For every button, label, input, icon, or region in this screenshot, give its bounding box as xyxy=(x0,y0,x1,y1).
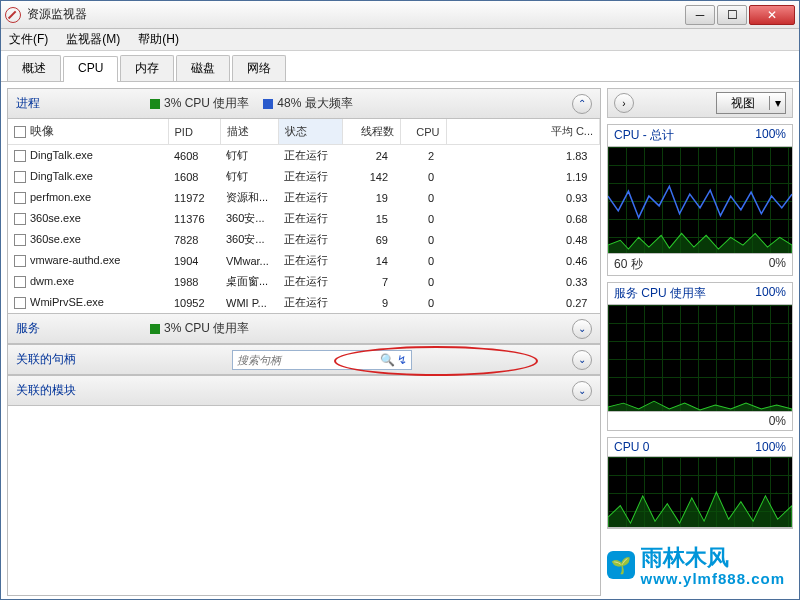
collapse-right-icon[interactable]: › xyxy=(614,93,634,113)
graph-cpu-total: CPU - 总计100% 60 秒0% xyxy=(607,124,793,276)
tab-disk[interactable]: 磁盘 xyxy=(176,55,230,81)
handles-header[interactable]: 关联的句柄 🔍 ↯ ⌄ xyxy=(8,345,600,375)
row-checkbox[interactable] xyxy=(14,150,26,162)
processes-header[interactable]: 进程 3% CPU 使用率 48% 最大频率 ⌃ xyxy=(8,89,600,119)
table-row[interactable]: perfmon.exe11972资源和...正在运行1900.93 xyxy=(8,187,600,208)
tab-overview[interactable]: 概述 xyxy=(7,55,61,81)
row-checkbox[interactable] xyxy=(14,234,26,246)
row-checkbox[interactable] xyxy=(14,192,26,204)
expand-icon[interactable]: ⌄ xyxy=(572,319,592,339)
tab-network[interactable]: 网络 xyxy=(232,55,286,81)
watermark-brand: 雨林木风 xyxy=(641,545,729,570)
expand-icon[interactable]: ⌄ xyxy=(572,381,592,401)
search-icon[interactable]: 🔍 xyxy=(380,353,395,367)
row-checkbox[interactable] xyxy=(14,255,26,267)
row-checkbox[interactable] xyxy=(14,297,26,309)
left-panel: 进程 3% CPU 使用率 48% 最大频率 ⌃ 映像 PID 描述 状态 线程… xyxy=(7,88,601,596)
processes-freq-stat: 48% 最大频率 xyxy=(263,95,352,112)
refresh-icon[interactable]: ↯ xyxy=(397,353,407,367)
menu-help[interactable]: 帮助(H) xyxy=(134,29,183,50)
graph-cpu0: CPU 0100% xyxy=(607,437,793,529)
titlebar[interactable]: 资源监视器 ─ ☐ ✕ xyxy=(1,1,799,29)
watermark-url: www.ylmf888.com xyxy=(641,570,786,587)
col-threads[interactable]: 线程数 xyxy=(342,119,400,145)
table-row[interactable]: WmiPrvSE.exe10952WMI P...正在运行900.27 xyxy=(8,292,600,313)
col-avg[interactable]: 平均 C... xyxy=(446,119,600,145)
processes-table: 映像 PID 描述 状态 线程数 CPU 平均 C... DingTalk.ex… xyxy=(8,119,600,313)
col-desc[interactable]: 描述 xyxy=(220,119,278,145)
modules-title: 关联的模块 xyxy=(16,382,136,399)
table-row[interactable]: 360se.exe11376360安...正在运行1500.68 xyxy=(8,208,600,229)
watermark-logo-icon: 🌱 xyxy=(607,551,635,579)
table-row[interactable]: dwm.exe1988桌面窗...正在运行700.33 xyxy=(8,271,600,292)
row-checkbox[interactable] xyxy=(14,213,26,225)
expand-icon[interactable]: ⌄ xyxy=(572,350,592,370)
services-cpu-stat: 3% CPU 使用率 xyxy=(150,320,249,337)
processes-cpu-stat: 3% CPU 使用率 xyxy=(150,95,249,112)
right-panel: › 视图 ▾ CPU - 总计100% 60 秒0% 服务 CPU 使用率100… xyxy=(607,88,793,596)
table-row[interactable]: vmware-authd.exe1904VMwar...正在运行1400.46 xyxy=(8,250,600,271)
col-image[interactable]: 映像 xyxy=(8,119,168,145)
services-header[interactable]: 服务 3% CPU 使用率 ⌄ xyxy=(8,314,600,344)
right-toolbar: › 视图 ▾ xyxy=(607,88,793,118)
table-row[interactable]: 360se.exe7828360安...正在运行6900.48 xyxy=(8,229,600,250)
row-checkbox[interactable] xyxy=(14,171,26,183)
handles-title: 关联的句柄 xyxy=(16,351,76,368)
close-button[interactable]: ✕ xyxy=(749,5,795,25)
table-row[interactable]: DingTalk.exe4608钉钉正在运行2421.83 xyxy=(8,145,600,167)
services-title: 服务 xyxy=(16,320,136,337)
resource-monitor-window: 资源监视器 ─ ☐ ✕ 文件(F) 监视器(M) 帮助(H) 概述 CPU 内存… xyxy=(0,0,800,600)
collapse-icon[interactable]: ⌃ xyxy=(572,94,592,114)
search-handles-box[interactable]: 🔍 ↯ xyxy=(232,350,412,370)
tab-cpu[interactable]: CPU xyxy=(63,56,118,82)
window-title: 资源监视器 xyxy=(27,6,683,23)
table-row[interactable]: DingTalk.exe1608钉钉正在运行14201.19 xyxy=(8,166,600,187)
minimize-button[interactable]: ─ xyxy=(685,5,715,25)
processes-title: 进程 xyxy=(16,95,136,112)
col-pid[interactable]: PID xyxy=(168,119,220,145)
modules-header[interactable]: 关联的模块 ⌄ xyxy=(8,376,600,406)
col-status[interactable]: 状态 xyxy=(278,119,342,145)
view-dropdown[interactable]: 视图 ▾ xyxy=(716,92,786,114)
maximize-button[interactable]: ☐ xyxy=(717,5,747,25)
graph-services-cpu: 服务 CPU 使用率100% 0% xyxy=(607,282,793,431)
tab-memory[interactable]: 内存 xyxy=(120,55,174,81)
search-handles-input[interactable] xyxy=(237,354,380,366)
watermark: 🌱 雨林木风 www.ylmf888.com xyxy=(607,543,786,587)
app-icon xyxy=(5,7,21,23)
menu-monitor[interactable]: 监视器(M) xyxy=(62,29,124,50)
menubar: 文件(F) 监视器(M) 帮助(H) xyxy=(1,29,799,51)
row-checkbox[interactable] xyxy=(14,276,26,288)
menu-file[interactable]: 文件(F) xyxy=(5,29,52,50)
col-cpu[interactable]: CPU xyxy=(400,119,446,145)
chevron-down-icon: ▾ xyxy=(769,96,785,110)
tabs: 概述 CPU 内存 磁盘 网络 xyxy=(1,51,799,82)
